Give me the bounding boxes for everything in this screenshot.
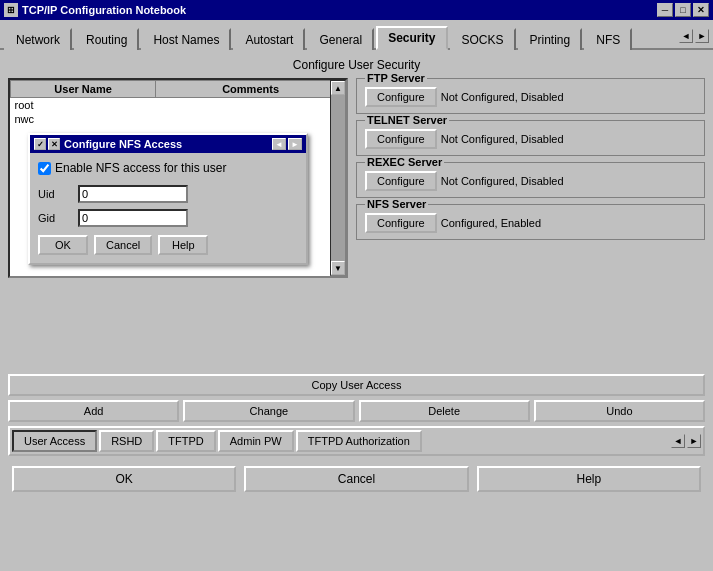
ok-button[interactable]: OK [12,466,236,492]
nfs-buttons: OK Cancel Help [38,235,298,255]
table-row[interactable]: nwc [11,112,346,126]
enable-checkbox-row: Enable NFS access for this user [38,161,298,175]
tab-routing[interactable]: Routing [74,28,139,50]
nfs-scroll-right[interactable]: ► [288,138,302,150]
tab-tftpd-auth[interactable]: TFTPD Authorization [296,430,422,452]
bottom-tab-scroll: ◄ ► [671,434,701,448]
tab-hostnames[interactable]: Host Names [141,28,231,50]
nfs-server-configure-button[interactable]: Configure [365,213,437,233]
tab-bar: Network Routing Host Names Autostart Gen… [0,20,713,50]
rexec-status: Not Configured, Disabled [441,175,564,187]
tab-network[interactable]: Network [4,28,72,50]
telnet-configure-button[interactable]: Configure [365,129,437,149]
undo-button[interactable]: Undo [534,400,705,422]
nfs-ok-button[interactable]: OK [38,235,88,255]
action-buttons: Add Change Delete Undo [8,400,705,422]
nfs-dialog-title: Configure NFS Access [64,138,182,150]
nfs-server-row: Configure Configured, Enabled [365,213,696,233]
user-name-cell: root [11,98,156,113]
user-table: User Name Comments root nwc [10,80,346,126]
telnet-server-row: Configure Not Configured, Disabled [365,129,696,149]
nfs-server-status: Configured, Enabled [441,217,541,229]
rexec-server-row: Configure Not Configured, Disabled [365,171,696,191]
tab-autostart[interactable]: Autostart [233,28,305,50]
help-button[interactable]: Help [477,466,701,492]
maximize-btn[interactable]: □ [675,3,691,17]
tab-user-access[interactable]: User Access [12,430,97,452]
nfs-icon-check: ✓ [34,138,46,150]
enable-nfs-label: Enable NFS access for this user [55,161,226,175]
telnet-group-label: TELNET Server [365,114,449,126]
bottom-section: Copy User Access Add Change Delete Undo … [8,374,705,456]
enable-nfs-checkbox[interactable] [38,162,51,175]
table-row[interactable]: root [11,98,346,113]
tab-scroll-left[interactable]: ◄ [679,29,693,43]
ftp-group-label: FTP Server [365,72,427,84]
nfs-scroll-left[interactable]: ◄ [272,138,286,150]
col-header-name: User Name [11,81,156,98]
nfs-title-bar: ✓ ✕ Configure NFS Access ◄ ► [30,135,306,153]
uid-label: Uid [38,188,78,200]
minimize-btn[interactable]: ─ [657,3,673,17]
change-button[interactable]: Change [183,400,354,422]
nfs-content: Enable NFS access for this user Uid Gid … [30,153,306,263]
title-text: TCP/IP Configuration Notebook [22,4,186,16]
telnet-status: Not Configured, Disabled [441,133,564,145]
copy-user-access-button[interactable]: Copy User Access [8,374,705,396]
nfs-help-button[interactable]: Help [158,235,208,255]
footer: OK Cancel Help [8,462,705,496]
rexec-server-group: REXEC Server Configure Not Configured, D… [356,162,705,198]
nfs-title-icons: ✓ ✕ [34,138,60,150]
scroll-track [331,95,345,261]
tab-security[interactable]: Security [376,26,447,50]
right-panel: FTP Server Configure Not Configured, Dis… [356,78,705,368]
rexec-group-label: REXEC Server [365,156,444,168]
nfs-server-group: NFS Server Configure Configured, Enabled [356,204,705,240]
tab-general[interactable]: General [307,28,374,50]
title-bar-buttons: ─ □ ✕ [657,3,709,17]
user-comments-cell [156,112,346,126]
telnet-server-group: TELNET Server Configure Not Configured, … [356,120,705,156]
tab-printing[interactable]: Printing [518,28,583,50]
ftp-configure-button[interactable]: Configure [365,87,437,107]
close-btn[interactable]: ✕ [693,3,709,17]
tab-tftpd[interactable]: TFTPD [156,430,215,452]
scroll-down-btn[interactable]: ▼ [331,261,345,275]
ftp-server-group: FTP Server Configure Not Configured, Dis… [356,78,705,114]
user-name-cell: nwc [11,112,156,126]
rexec-configure-button[interactable]: Configure [365,171,437,191]
cancel-button[interactable]: Cancel [244,466,468,492]
uid-input[interactable] [78,185,188,203]
add-button[interactable]: Add [8,400,179,422]
app-icon: ⊞ [4,3,18,17]
gid-input[interactable] [78,209,188,227]
tab-scroll-right[interactable]: ► [695,29,709,43]
tab-socks[interactable]: SOCKS [450,28,516,50]
user-comments-cell [156,98,346,113]
ftp-status: Not Configured, Disabled [441,91,564,103]
main-content: Configure User Security User Name Commen… [0,50,713,559]
ftp-server-row: Configure Not Configured, Disabled [365,87,696,107]
scroll-up-btn[interactable]: ▲ [331,81,345,95]
tab-rshd[interactable]: RSHD [99,430,154,452]
col-header-comments: Comments [156,81,346,98]
scrollbar[interactable]: ▲ ▼ [330,80,346,276]
tab-admin-pw[interactable]: Admin PW [218,430,294,452]
tab-nfs[interactable]: NFS [584,28,632,50]
bottom-tab-scroll-right[interactable]: ► [687,434,701,448]
delete-button[interactable]: Delete [359,400,530,422]
tab-scroll: ◄ ► [679,29,709,43]
content-area: User Name Comments root nwc [8,78,705,368]
bottom-tab-scroll-left[interactable]: ◄ [671,434,685,448]
uid-row: Uid [38,185,298,203]
section-title: Configure User Security [8,58,705,72]
nfs-group-label: NFS Server [365,198,428,210]
nfs-title-buttons: ◄ ► [272,138,302,150]
nfs-cancel-button[interactable]: Cancel [94,235,152,255]
nfs-dialog: ✓ ✕ Configure NFS Access ◄ ► Enable NFS … [28,133,308,265]
gid-row: Gid [38,209,298,227]
nfs-icon-x[interactable]: ✕ [48,138,60,150]
left-panel: User Name Comments root nwc [8,78,348,368]
bottom-tabs: User Access RSHD TFTPD Admin PW TFTPD Au… [8,426,705,456]
title-bar: ⊞ TCP/IP Configuration Notebook ─ □ ✕ [0,0,713,20]
